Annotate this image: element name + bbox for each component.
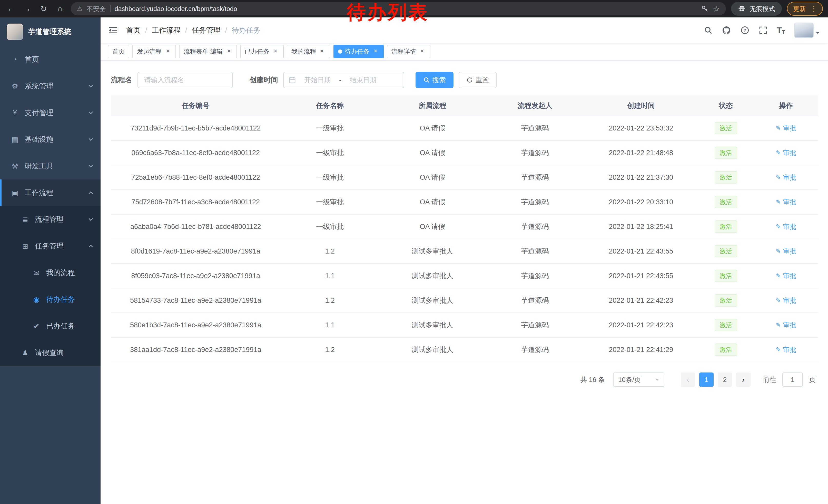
column-header: 流程发起人 (486, 95, 585, 116)
close-icon[interactable]: × (372, 48, 379, 55)
chevron-down-icon (89, 110, 93, 114)
home-icon[interactable]: ⌂ (54, 4, 66, 13)
eye-icon: ◉ (32, 295, 41, 304)
end-date-input[interactable] (343, 76, 382, 84)
edit-icon: ✎ (776, 297, 781, 304)
avatar-image (794, 22, 814, 38)
edit-icon: ✎ (776, 346, 781, 353)
key-icon[interactable] (701, 5, 709, 12)
sidebar-item-label: 支付管理 (25, 108, 53, 118)
tab-form-edit[interactable]: 流程表单-编辑× (179, 45, 237, 58)
approve-link[interactable]: ✎审批 (776, 321, 796, 330)
tools-icon: ⚒ (10, 162, 19, 171)
app-frame: 芋道管理系统 ◔首页⚙系统管理¥支付管理▤基础设施⚒研发工具▣工作流程≣流程管理… (0, 17, 828, 504)
app-title: 芋道管理系统 (28, 27, 71, 37)
approve-link[interactable]: ✎审批 (776, 198, 796, 207)
table-row: 381aa1dd-7ac8-11ec-a9e2-a2380e71991a1.2测… (111, 337, 818, 362)
approve-label: 审批 (783, 173, 796, 182)
chevron-down-icon (89, 163, 93, 168)
help-icon[interactable]: ? (740, 26, 749, 35)
page-button-2[interactable]: 2 (718, 372, 732, 387)
collapse-menu-icon[interactable] (109, 26, 118, 34)
breadcrumb-item[interactable]: 任务管理 (192, 26, 220, 35)
sidebar-item-payment-mgmt[interactable]: ¥支付管理 (0, 99, 100, 126)
tab-done-tasks[interactable]: 已办任务× (240, 45, 284, 58)
font-size-icon[interactable]: TT (777, 26, 785, 35)
github-icon[interactable] (722, 26, 731, 35)
cell-id: 725a1eb6-7b88-11ec-8ef0-acde48001122 (111, 165, 280, 190)
sidebar-item-infrastructure[interactable]: ▤基础设施 (0, 126, 100, 153)
sidebar-item-system-mgmt[interactable]: ⚙系统管理 (0, 73, 100, 99)
start-date-input[interactable] (298, 76, 337, 84)
incognito-icon (738, 5, 746, 12)
sidebar-item-todo-tasks[interactable]: ◉待办任务 (0, 286, 100, 313)
sidebar-item-label: 基础设施 (25, 135, 53, 144)
forward-icon[interactable]: → (22, 4, 33, 13)
create-time-label: 创建时间 (249, 75, 278, 85)
search-icon[interactable] (704, 26, 713, 35)
star-icon[interactable]: ☆ (713, 4, 720, 13)
back-icon[interactable]: ← (5, 4, 16, 13)
close-icon[interactable]: × (319, 48, 326, 55)
status-badge: 激活 (715, 147, 737, 159)
tab-my-process[interactable]: 我的流程× (287, 45, 330, 58)
cell-name: 一级审批 (280, 140, 379, 165)
status-badge: 激活 (715, 171, 737, 184)
tab-label: 已办任务 (245, 47, 269, 56)
breadcrumb-item[interactable]: 首页 (126, 26, 140, 35)
table-row: 8f0d1619-7ac8-11ec-a9e2-a2380e71991a1.2测… (111, 239, 818, 264)
approve-link[interactable]: ✎审批 (776, 124, 796, 133)
cell-process: 测试多审批人 (379, 288, 485, 313)
breadcrumb: 首页/工作流程/任务管理/待办任务 (126, 26, 260, 35)
cell-process: OA 请假 (379, 116, 485, 140)
reset-button[interactable]: 重置 (459, 72, 497, 88)
tab-start-process[interactable]: 发起流程× (132, 45, 176, 58)
tab-home[interactable]: 首页 (108, 45, 129, 58)
tab-process-detail[interactable]: 流程详情× (387, 45, 430, 58)
reload-icon[interactable]: ↻ (38, 4, 49, 13)
close-icon[interactable]: × (225, 48, 233, 55)
table-row: 73211d9d-7b9b-11ec-b5b7-acde48001122一级审批… (111, 116, 818, 140)
process-name-input[interactable] (137, 72, 233, 88)
approve-label: 审批 (783, 321, 796, 330)
sidebar-item-process-mgmt[interactable]: ≣流程管理 (0, 206, 100, 233)
close-icon[interactable]: × (419, 48, 426, 55)
close-icon[interactable]: × (164, 48, 171, 55)
sidebar-item-task-mgmt[interactable]: ⊞任务管理 (0, 233, 100, 260)
approve-link[interactable]: ✎审批 (776, 173, 796, 182)
sidebar-item-done-tasks[interactable]: ✔已办任务 (0, 313, 100, 339)
cell-id: 73211d9d-7b9b-11ec-b5b7-acde48001122 (111, 116, 280, 140)
tab-todo-tasks[interactable]: 待办任务× (333, 45, 384, 58)
total-count: 共 16 条 (580, 375, 605, 384)
screen: ← → ↻ ⌂ ⚠ 不安全 dashboard.yudao.iocoder.cn… (0, 0, 828, 504)
address-bar[interactable]: ⚠ 不安全 dashboard.yudao.iocoder.cn/bpm/tas… (71, 2, 726, 15)
close-icon[interactable]: × (272, 48, 279, 55)
prev-page-button[interactable]: ‹ (681, 372, 695, 387)
approve-link[interactable]: ✎审批 (776, 272, 796, 280)
sidebar-item-dev-tools[interactable]: ⚒研发工具 (0, 153, 100, 179)
search-button[interactable]: 搜索 (416, 72, 454, 88)
next-page-button[interactable]: › (736, 372, 750, 387)
edit-icon: ✎ (776, 272, 781, 279)
user-avatar[interactable] (794, 22, 820, 38)
more-vert-icon[interactable]: ⋮ (810, 5, 817, 13)
sidebar-item-workflow[interactable]: ▣工作流程 (0, 179, 100, 206)
page-button-1[interactable]: 1 (699, 372, 714, 387)
sidebar-item-leave-query[interactable]: ♟请假查询 (0, 339, 100, 366)
breadcrumb-item[interactable]: 工作流程 (152, 26, 180, 35)
page-size-select[interactable]: 10条/页 (613, 372, 664, 387)
sidebar-item-my-process[interactable]: ✉我的流程 (0, 260, 100, 286)
approve-link[interactable]: ✎审批 (776, 148, 796, 157)
approve-link[interactable]: ✎审批 (776, 222, 796, 231)
cell-action: ✎审批 (754, 337, 818, 362)
app-logo[interactable]: 芋道管理系统 (0, 17, 100, 46)
date-range-picker[interactable]: - (283, 72, 404, 88)
sidebar-item-label: 请假查询 (35, 348, 64, 358)
sidebar-item-home[interactable]: ◔首页 (0, 46, 100, 73)
approve-link[interactable]: ✎审批 (776, 296, 796, 305)
update-button[interactable]: 更新 ⋮ (787, 2, 823, 16)
approve-link[interactable]: ✎审批 (776, 345, 796, 354)
approve-link[interactable]: ✎审批 (776, 247, 796, 256)
fullscreen-icon[interactable] (759, 26, 768, 35)
goto-page-input[interactable] (782, 372, 803, 387)
